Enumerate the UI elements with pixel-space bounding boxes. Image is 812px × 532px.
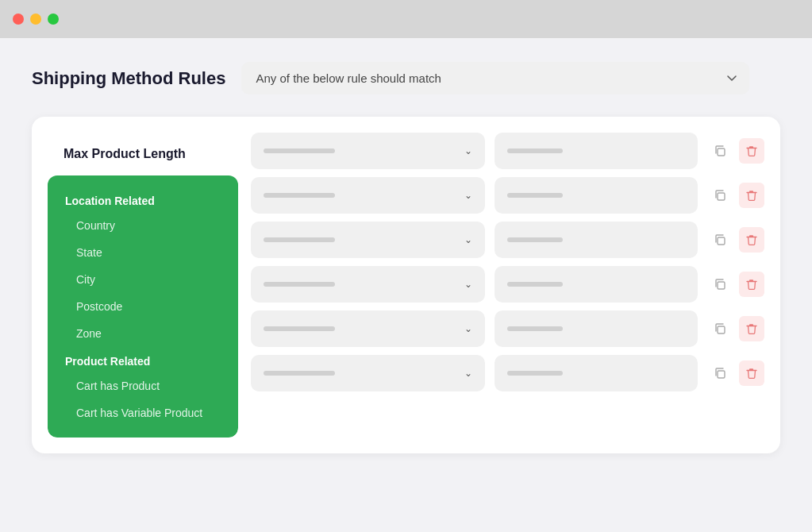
rule-dropdown-4[interactable]: ⌄ bbox=[251, 266, 485, 303]
action-icons-3 bbox=[707, 227, 764, 253]
page-title: Shipping Method Rules bbox=[32, 68, 225, 89]
maximize-dot[interactable] bbox=[48, 13, 59, 25]
sidebar-item-cart-has-variable-product[interactable]: Cart has Variable Product bbox=[48, 399, 238, 426]
chevron-down-icon-4: ⌄ bbox=[464, 279, 472, 290]
rule-row-3: ⌄ bbox=[251, 222, 764, 258]
chevron-down-icon-3: ⌄ bbox=[464, 234, 472, 245]
copy-button-6[interactable] bbox=[707, 360, 733, 386]
svg-rect-0 bbox=[718, 148, 725, 156]
action-icons-5 bbox=[707, 316, 764, 341]
action-icons-1 bbox=[707, 138, 764, 164]
rule-row-6: ⌄ bbox=[251, 355, 764, 391]
rule-row-1: ⌄ bbox=[251, 133, 764, 169]
chevron-down-icon-1: ⌄ bbox=[464, 145, 472, 156]
rule-value-box-1 bbox=[495, 133, 698, 169]
copy-button-2[interactable] bbox=[707, 183, 733, 208]
rule-row-4: ⌄ bbox=[251, 266, 764, 303]
close-dot[interactable] bbox=[13, 13, 24, 25]
rule-dropdown-5[interactable]: ⌄ bbox=[251, 310, 485, 347]
svg-rect-2 bbox=[718, 237, 725, 245]
rule-value-box-3 bbox=[495, 222, 698, 258]
action-icons-6 bbox=[707, 360, 764, 386]
rule-value-box-4 bbox=[495, 266, 698, 303]
rule-value-box-6 bbox=[495, 355, 698, 391]
sidebar-item-country[interactable]: Country bbox=[48, 212, 238, 239]
sidebar-top: Max Product Length bbox=[48, 133, 238, 175]
rule-value-box-2 bbox=[495, 177, 698, 214]
svg-rect-1 bbox=[718, 193, 725, 200]
rule-value-box-5 bbox=[495, 310, 698, 347]
svg-rect-4 bbox=[718, 326, 725, 333]
sidebar-item-zone[interactable]: Zone bbox=[48, 320, 238, 347]
rule-select-wrapper: Any of the below rule should match All o… bbox=[241, 62, 749, 94]
titlebar bbox=[0, 0, 812, 38]
delete-button-5[interactable] bbox=[739, 316, 764, 341]
sidebar: Max Product Length Location Related Coun… bbox=[48, 133, 238, 438]
delete-button-6[interactable] bbox=[739, 360, 764, 386]
chevron-down-icon-5: ⌄ bbox=[464, 323, 472, 334]
sidebar-top-label: Max Product Length bbox=[63, 147, 186, 160]
delete-button-1[interactable] bbox=[739, 138, 764, 164]
rule-select[interactable]: Any of the below rule should match All o… bbox=[241, 62, 749, 94]
sidebar-green-section: Location Related Country State City Post… bbox=[48, 175, 238, 438]
copy-button-3[interactable] bbox=[707, 227, 733, 253]
sidebar-item-state[interactable]: State bbox=[48, 239, 238, 266]
minimize-dot[interactable] bbox=[30, 13, 41, 25]
chevron-down-icon-6: ⌄ bbox=[464, 368, 472, 379]
rules-area: ⌄ bbox=[251, 133, 764, 438]
rule-row-5: ⌄ bbox=[251, 310, 764, 347]
header-row: Shipping Method Rules Any of the below r… bbox=[32, 62, 780, 94]
rule-row-2: ⌄ bbox=[251, 177, 764, 214]
copy-button-4[interactable] bbox=[707, 272, 733, 297]
location-section-header: Location Related bbox=[48, 187, 238, 212]
sidebar-item-postcode[interactable]: Postcode bbox=[48, 293, 238, 320]
rule-dropdown-3[interactable]: ⌄ bbox=[251, 222, 485, 258]
delete-button-2[interactable] bbox=[739, 183, 764, 208]
delete-button-4[interactable] bbox=[739, 272, 764, 297]
action-icons-2 bbox=[707, 183, 764, 208]
chevron-down-icon-2: ⌄ bbox=[464, 190, 472, 201]
copy-button-5[interactable] bbox=[707, 316, 733, 341]
main-content: Shipping Method Rules Any of the below r… bbox=[0, 38, 812, 532]
rule-dropdown-2[interactable]: ⌄ bbox=[251, 177, 485, 214]
content-area: Max Product Length Location Related Coun… bbox=[32, 117, 780, 453]
rule-dropdown-1[interactable]: ⌄ bbox=[251, 133, 485, 169]
action-icons-4 bbox=[707, 272, 764, 297]
sidebar-item-cart-has-product[interactable]: Cart has Product bbox=[48, 372, 238, 399]
rule-dropdown-6[interactable]: ⌄ bbox=[251, 355, 485, 391]
svg-rect-5 bbox=[718, 371, 725, 378]
copy-button-1[interactable] bbox=[707, 138, 733, 164]
product-section-header: Product Related bbox=[48, 347, 238, 372]
sidebar-item-city[interactable]: City bbox=[48, 266, 238, 293]
delete-button-3[interactable] bbox=[739, 227, 764, 253]
svg-rect-3 bbox=[718, 282, 725, 289]
